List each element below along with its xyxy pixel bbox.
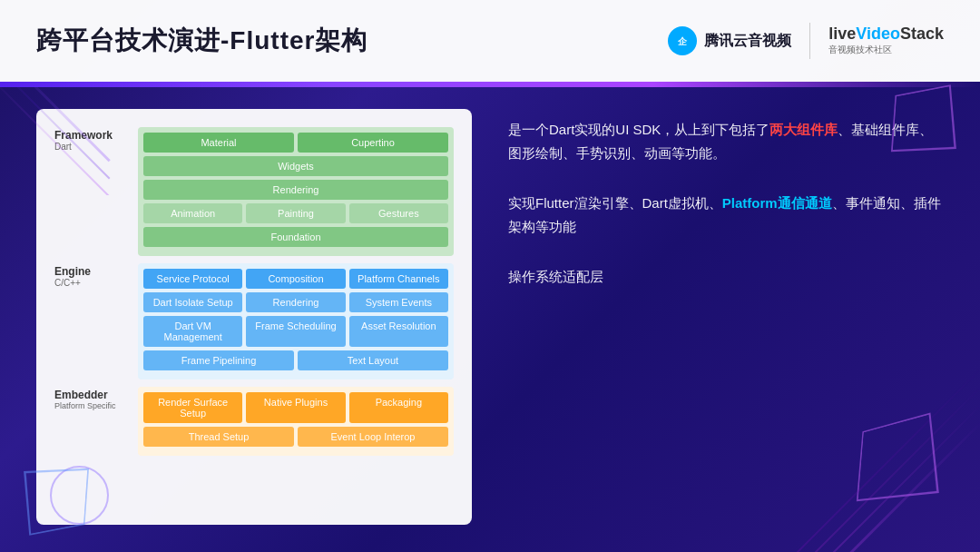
engine-row3: Dart VM Management Frame Scheduling Asse… [143, 316, 448, 347]
text-layout-cell: Text Layout [298, 350, 448, 370]
cube-bottom-left [24, 468, 89, 536]
tencent-svg-icon: 企 [673, 32, 691, 50]
embedder-row2: Thread Setup Event Loop Interop [143, 427, 448, 447]
native-plugins-cell: Native Plugins [246, 392, 345, 423]
animation-painting-gestures-row: Animation Painting Gestures [143, 203, 448, 223]
engine-title: Engine [54, 265, 127, 278]
engine-sub: C/C++ [54, 278, 127, 288]
header-strip [0, 82, 980, 87]
block2-prefix: 实现Flutter渲染引擎、Dart虚拟机、 [508, 195, 722, 211]
embedder-header: Embedder Platform Specific Render Surfac… [54, 387, 454, 456]
engine-row2: Dart Isolate Setup Rendering System Even… [143, 292, 448, 312]
tencent-logo-text: 腾讯云音视频 [704, 32, 791, 51]
gestures-cell: Gestures [349, 203, 448, 223]
text-block-2: 实现Flutter渲染引擎、Dart虚拟机、Platform通信通道、事件通知、… [508, 192, 944, 238]
foundation-row: Foundation [143, 227, 448, 247]
logos-area: 企 腾讯云音视频 liveVideoStack 音视频技术社区 [668, 23, 944, 59]
cupertino-cell: Cupertino [298, 133, 448, 153]
asset-resolution-cell: Asset Resolution [349, 316, 448, 347]
animation-cell: Animation [143, 203, 242, 223]
engine-content: Service Protocol Composition Platform Ch… [138, 263, 454, 380]
svg-text:企: 企 [677, 36, 688, 46]
frame-pipelining-cell: Frame Pipelining [143, 350, 294, 370]
deco-lines-bottom-right [708, 370, 980, 552]
video-text: Video [856, 25, 900, 43]
livevideo-main-text: liveVideoStack [828, 25, 944, 42]
render-surface-setup-cell: Render Surface Setup [143, 392, 242, 423]
tencent-icon: 企 [668, 26, 697, 55]
livevideo-sub-text: 音视频技术社区 [828, 44, 892, 56]
frame-scheduling-cell: Frame Scheduling [246, 316, 345, 347]
deco-lines-top-left [0, 86, 181, 195]
engine-header: Engine C/C++ Service Protocol Compositio… [54, 263, 454, 380]
block2-highlight: Platform通信通道 [722, 195, 832, 211]
engine-row1: Service Protocol Composition Platform Ch… [143, 269, 448, 289]
widgets-row: Widgets [143, 156, 448, 176]
block1-highlight: 两大组件库 [769, 122, 838, 137]
block1-text: 是一个Dart实现的UI SDK，从上到下包括了两大组件库、基础组件库、图形绘制… [508, 118, 944, 164]
block1-prefix: 是一个Dart实现的UI SDK，从上到下包括了 [508, 122, 769, 137]
page-title: 跨平台技术演进-Flutter架构 [36, 24, 368, 58]
material-cupertino-row: Material Cupertino [143, 133, 448, 153]
embedder-sub: Platform Specific [54, 401, 127, 410]
engine-label: Engine C/C++ [54, 263, 127, 288]
embedder-row1: Render Surface Setup Native Plugins Pack… [143, 392, 448, 423]
painting-cell: Painting [246, 203, 345, 223]
engine-layer: Engine C/C++ Service Protocol Compositio… [54, 263, 454, 380]
composition-cell: Composition [246, 269, 345, 289]
block2-text: 实现Flutter渲染引擎、Dart虚拟机、Platform通信通道、事件通知、… [508, 192, 944, 238]
livevideo-logo: liveVideoStack 音视频技术社区 [828, 25, 944, 56]
engine-row4: Frame Pipelining Text Layout [143, 350, 448, 370]
system-events-cell: System Events [349, 292, 448, 312]
rendering-engine-cell: Rendering [246, 292, 345, 312]
platform-channels-cell: Platform Channels [349, 269, 448, 289]
stack-text: Stack [900, 25, 944, 43]
event-loop-interop-cell: Event Loop Interop [298, 427, 448, 447]
embedder-layer: Embedder Platform Specific Render Surfac… [54, 387, 454, 456]
embedder-content: Render Surface Setup Native Plugins Pack… [138, 387, 454, 456]
live-text: live [828, 25, 856, 43]
dart-vm-management-cell: Dart VM Management [143, 316, 242, 347]
block3-text: 操作系统适配层 [508, 265, 944, 289]
text-block-3: 操作系统适配层 [508, 265, 944, 289]
thread-setup-cell: Thread Setup [143, 427, 294, 447]
header: 跨平台技术演进-Flutter架构 企 腾讯云音视频 liveVideoStac… [0, 0, 980, 82]
service-protocol-cell: Service Protocol [143, 269, 242, 289]
packaging-cell: Packaging [349, 392, 448, 423]
text-block-1: 是一个Dart实现的UI SDK，从上到下包括了两大组件库、基础组件库、图形绘制… [508, 118, 944, 164]
embedder-title: Embedder [54, 389, 127, 401]
rendering-row: Rendering [143, 180, 448, 200]
logo-divider [809, 23, 810, 59]
dart-isolate-setup-cell: Dart Isolate Setup [143, 292, 242, 312]
framework-content: Material Cupertino Widgets Rendering Ani… [138, 127, 454, 256]
tencent-logo: 企 腾讯云音视频 [668, 26, 791, 55]
cube-top-right [891, 84, 956, 152]
embedder-label: Embedder Platform Specific [54, 387, 127, 410]
